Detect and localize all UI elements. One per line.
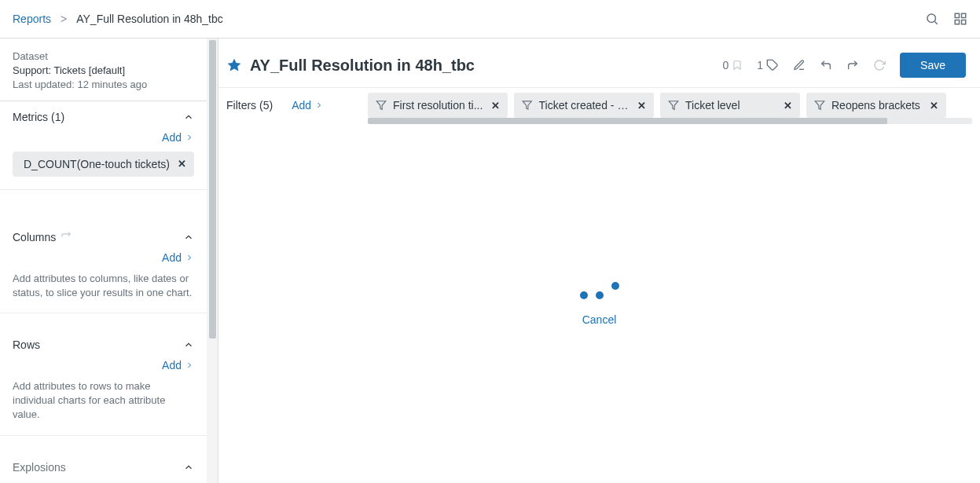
tag-icon <box>766 59 779 71</box>
svg-marker-9 <box>523 101 531 109</box>
cancel-button[interactable]: Cancel <box>582 313 617 326</box>
rows-title: Rows <box>13 338 40 351</box>
columns-add-button[interactable]: Add <box>162 251 194 264</box>
search-icon[interactable] <box>925 12 939 26</box>
section-columns: Columns Add Add attributes to columns, l… <box>0 221 207 313</box>
filter-icon <box>814 100 825 111</box>
section-rows: Rows Add Add attributes to rows to make … <box>0 329 207 436</box>
filter-chip[interactable]: First resolution ti... ✕ <box>368 93 508 118</box>
section-explosions: Explosions <box>0 452 207 477</box>
rows-header[interactable]: Rows <box>13 338 194 351</box>
save-button[interactable]: Save <box>900 53 966 78</box>
refresh-icon[interactable] <box>873 59 886 71</box>
top-bar: Reports > AY_Full Resolution in 48h_tbc <box>0 0 980 38</box>
sidebar-scrollbar[interactable] <box>207 38 218 483</box>
filter-chip-label: Reopens brackets <box>831 99 920 112</box>
dataset-label: Dataset <box>13 49 205 64</box>
title-wrap: AY_Full Resolution in 48h_tbc <box>226 57 475 75</box>
svg-rect-3 <box>962 13 966 17</box>
chevron-up-icon <box>183 232 194 243</box>
undo-icon[interactable] <box>820 59 832 71</box>
count-0: 0 <box>722 59 729 71</box>
canvas: Cancel <box>218 123 980 483</box>
rows-help: Add attributes to rows to make individua… <box>13 379 194 423</box>
content: AY_Full Resolution in 48h_tbc 0 1 <box>218 38 980 483</box>
filter-chip-label: Ticket created - D... <box>539 99 631 112</box>
columns-help: Add attributes to columns, like dates or… <box>13 272 194 300</box>
filter-chip[interactable]: Ticket created - D... ✕ <box>514 93 654 118</box>
filters-add-label: Add <box>292 99 311 112</box>
add-label: Add <box>162 131 182 144</box>
filter-chips: First resolution ti... ✕ Ticket created … <box>368 93 972 118</box>
header-actions: 0 1 Save <box>722 53 966 78</box>
filters-add-button[interactable]: Add <box>292 99 324 112</box>
svg-rect-4 <box>955 20 959 24</box>
svg-point-0 <box>927 14 936 23</box>
scrollbar-thumb[interactable] <box>209 40 216 338</box>
dataset-name: Support: Tickets [default] <box>13 64 205 78</box>
filter-remove-icon[interactable]: ✕ <box>784 100 792 112</box>
columns-title: Columns <box>13 231 72 243</box>
metric-remove-icon[interactable]: ✕ <box>178 158 186 170</box>
add-label: Add <box>162 251 182 264</box>
svg-marker-10 <box>669 101 678 110</box>
filter-chip-label: First resolution ti... <box>393 99 483 112</box>
tag-count[interactable]: 1 <box>757 59 779 71</box>
loading-spinner <box>580 280 619 296</box>
metrics-title: Metrics (1) <box>13 111 64 123</box>
filter-remove-icon[interactable]: ✕ <box>637 100 646 112</box>
chevron-up-icon <box>183 112 194 123</box>
content-header: AY_Full Resolution in 48h_tbc 0 1 <box>218 38 980 87</box>
metric-chip[interactable]: D_COUNT(One-touch tickets) ✕ <box>13 152 194 177</box>
topbar-actions <box>925 12 967 26</box>
apps-icon[interactable] <box>953 12 967 26</box>
chevron-up-icon <box>183 339 194 350</box>
filters-horizontal-scrollbar[interactable] <box>368 118 972 124</box>
swap-icon <box>61 232 72 243</box>
columns-title-text: Columns <box>13 231 56 243</box>
filters-label: Filters (5) <box>226 99 273 112</box>
metrics-add-button[interactable]: Add <box>162 131 194 144</box>
svg-rect-5 <box>962 20 966 24</box>
filter-icon <box>668 100 679 111</box>
dot-icon <box>611 282 619 290</box>
bookmark-count[interactable]: 0 <box>722 59 743 71</box>
chevron-up-icon <box>183 462 194 473</box>
filter-remove-icon[interactable]: ✕ <box>930 100 938 112</box>
filters-row: Filters (5) Add First resolution ti... ✕ <box>218 87 980 123</box>
dot-icon <box>580 291 588 299</box>
breadcrumb-separator: > <box>61 13 67 25</box>
chevron-right-icon <box>185 253 194 262</box>
star-icon[interactable] <box>226 57 242 73</box>
breadcrumb-root-link[interactable]: Reports <box>13 13 51 25</box>
chevron-right-icon <box>314 101 324 110</box>
section-metrics: Metrics (1) Add D_COUNT(One-touch ticket… <box>0 101 207 190</box>
edit-icon[interactable] <box>793 59 806 71</box>
redo-icon[interactable] <box>846 59 859 71</box>
filter-chip[interactable]: Reopens brackets ✕ <box>806 93 946 118</box>
explosions-title: Explosions <box>13 461 66 474</box>
filter-chip-label: Ticket level <box>685 99 740 112</box>
filter-chip[interactable]: Ticket level ✕ <box>660 93 800 118</box>
page-title: AY_Full Resolution in 48h_tbc <box>250 57 475 75</box>
metric-chip-label: D_COUNT(One-touch tickets) <box>24 158 170 170</box>
metrics-header[interactable]: Metrics (1) <box>13 111 194 123</box>
scrollbar-thumb[interactable] <box>368 118 887 124</box>
rows-add-button[interactable]: Add <box>162 359 194 371</box>
columns-header[interactable]: Columns <box>13 231 194 243</box>
svg-marker-8 <box>376 101 386 110</box>
breadcrumb-current: AY_Full Resolution in 48h_tbc <box>76 13 223 25</box>
chevron-right-icon <box>185 133 194 142</box>
svg-marker-11 <box>815 101 824 110</box>
svg-line-1 <box>934 21 937 24</box>
chevron-right-icon <box>185 360 194 370</box>
dataset-updated: Last updated: 12 minutes ago <box>13 78 205 92</box>
add-label: Add <box>162 359 182 371</box>
explosions-header[interactable]: Explosions <box>13 461 194 474</box>
bookmark-icon <box>732 60 743 71</box>
filter-icon <box>522 100 533 111</box>
breadcrumb: Reports > AY_Full Resolution in 48h_tbc <box>13 13 223 25</box>
filter-icon <box>376 100 387 111</box>
svg-marker-6 <box>228 59 241 71</box>
filter-remove-icon[interactable]: ✕ <box>491 100 500 112</box>
